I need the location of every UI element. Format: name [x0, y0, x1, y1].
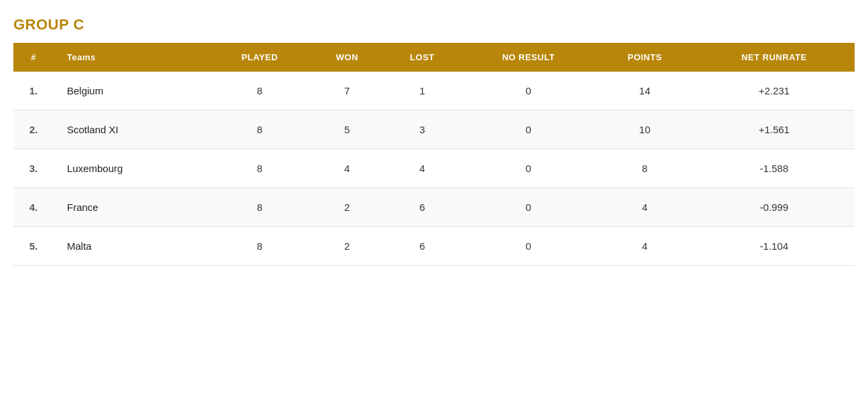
table-header-row: # Teams PLAYED WON LOST NO RESULT POINTS…	[13, 43, 855, 72]
cell-rank: 4.	[13, 188, 54, 227]
cell-net-runrate: -0.999	[694, 188, 855, 227]
cell-played: 8	[209, 188, 311, 227]
table-row: 3.Luxembourg84408-1.588	[13, 149, 855, 188]
cell-lost: 6	[384, 188, 461, 227]
cell-won: 2	[311, 188, 384, 227]
cell-net-runrate: -1.588	[694, 149, 855, 188]
cell-won: 5	[311, 110, 384, 149]
cell-won: 7	[311, 72, 384, 110]
cell-no-result: 0	[461, 72, 595, 110]
cell-no-result: 0	[461, 149, 595, 188]
header-won: WON	[311, 43, 384, 72]
header-team: Teams	[54, 43, 209, 72]
cell-net-runrate: -1.104	[694, 227, 855, 266]
cell-rank: 5.	[13, 227, 54, 266]
cell-points: 4	[596, 188, 694, 227]
cell-rank: 3.	[13, 149, 54, 188]
cell-no-result: 0	[461, 227, 595, 266]
cell-played: 8	[209, 110, 311, 149]
table-row: 5.Malta82604-1.104	[13, 227, 855, 266]
cell-net-runrate: +2.231	[694, 72, 855, 110]
cell-won: 4	[311, 149, 384, 188]
cell-points: 14	[596, 72, 694, 110]
header-lost: LOST	[384, 43, 461, 72]
cell-no-result: 0	[461, 188, 595, 227]
header-rank: #	[13, 43, 54, 72]
header-points: POINTS	[596, 43, 694, 72]
cell-team: France	[54, 188, 209, 227]
cell-rank: 2.	[13, 110, 54, 149]
cell-played: 8	[209, 149, 311, 188]
cell-team: Belgium	[54, 72, 209, 110]
table-row: 4.France82604-0.999	[13, 188, 855, 227]
header-played: PLAYED	[209, 43, 311, 72]
cell-played: 8	[209, 227, 311, 266]
cell-team: Scotland XI	[54, 110, 209, 149]
cell-lost: 1	[384, 72, 461, 110]
cell-lost: 4	[384, 149, 461, 188]
cell-no-result: 0	[461, 110, 595, 149]
cell-lost: 3	[384, 110, 461, 149]
cell-team: Malta	[54, 227, 209, 266]
cell-points: 8	[596, 149, 694, 188]
table-row: 1.Belgium871014+2.231	[13, 72, 855, 110]
cell-points: 10	[596, 110, 694, 149]
cell-lost: 6	[384, 227, 461, 266]
header-net-runrate: NET RUNRATE	[694, 43, 855, 72]
cell-won: 2	[311, 227, 384, 266]
group-title: GROUP C	[13, 16, 855, 33]
cell-points: 4	[596, 227, 694, 266]
cell-net-runrate: +1.561	[694, 110, 855, 149]
cell-team: Luxembourg	[54, 149, 209, 188]
table-row: 2.Scotland XI853010+1.561	[13, 110, 855, 149]
cell-rank: 1.	[13, 72, 54, 110]
header-no-result: NO RESULT	[461, 43, 595, 72]
cell-played: 8	[209, 72, 311, 110]
standings-table: # Teams PLAYED WON LOST NO RESULT POINTS…	[13, 43, 855, 266]
